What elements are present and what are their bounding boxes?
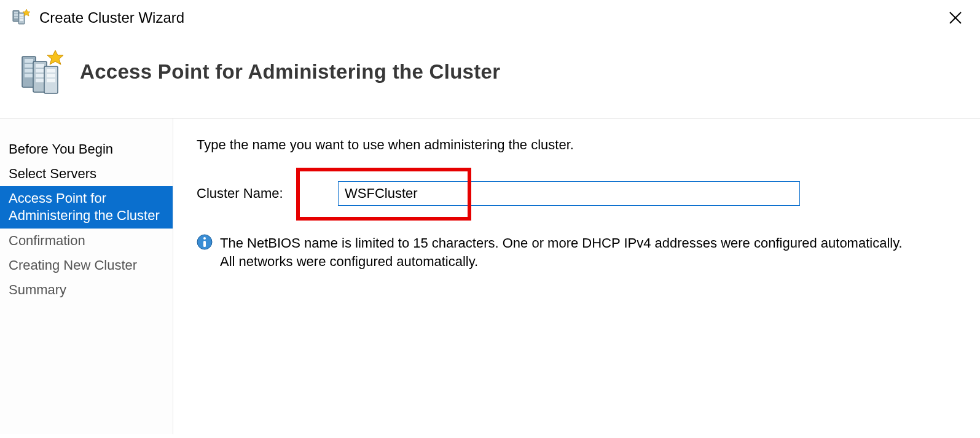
step-select-servers[interactable]: Select Servers — [0, 162, 173, 186]
svg-rect-12 — [25, 59, 33, 63]
wizard-body: Before You Begin Select Servers Access P… — [0, 118, 980, 434]
svg-marker-25 — [47, 50, 63, 65]
info-row: The NetBIOS name is limited to 15 charac… — [197, 234, 909, 272]
svg-rect-19 — [36, 74, 44, 77]
step-before-you-begin[interactable]: Before You Begin — [0, 137, 173, 162]
svg-rect-15 — [25, 74, 33, 77]
step-creating-new-cluster[interactable]: Creating New Cluster — [0, 253, 173, 278]
info-text: The NetBIOS name is limited to 15 charac… — [220, 234, 909, 272]
svg-point-27 — [203, 237, 206, 240]
cluster-servers-icon — [18, 48, 66, 96]
svg-rect-13 — [25, 64, 33, 68]
svg-rect-2 — [14, 14, 18, 16]
wizard-steps-sidebar: Before You Begin Select Servers Access P… — [0, 119, 173, 434]
step-confirmation[interactable]: Confirmation — [0, 229, 173, 253]
close-button[interactable] — [944, 7, 966, 29]
svg-rect-17 — [36, 64, 44, 68]
svg-rect-14 — [25, 69, 33, 72]
cluster-wizard-icon — [11, 8, 31, 28]
svg-rect-6 — [20, 17, 23, 18]
wizard-main-panel: Type the name you want to use when admin… — [173, 119, 980, 434]
instruction-text: Type the name you want to use when admin… — [197, 137, 962, 153]
info-icon — [197, 234, 213, 250]
window-title: Create Cluster Wizard — [39, 9, 184, 26]
svg-rect-18 — [36, 69, 44, 72]
cluster-name-input-wrap — [338, 181, 800, 206]
cluster-name-label: Cluster Name: — [197, 186, 338, 201]
svg-rect-3 — [14, 17, 18, 18]
page-title: Access Point for Administering the Clust… — [80, 60, 500, 84]
close-icon — [949, 11, 962, 25]
svg-rect-23 — [47, 74, 55, 77]
wizard-header: Access Point for Administering the Clust… — [0, 36, 980, 118]
svg-rect-7 — [20, 19, 23, 21]
svg-rect-1 — [14, 12, 18, 14]
cluster-name-input[interactable] — [338, 181, 800, 206]
svg-rect-28 — [203, 241, 206, 247]
svg-rect-5 — [20, 14, 23, 16]
svg-rect-20 — [36, 79, 44, 82]
step-access-point[interactable]: Access Point for Administering the Clust… — [0, 186, 173, 228]
cluster-name-row: Cluster Name: — [197, 181, 962, 206]
step-summary[interactable]: Summary — [0, 278, 173, 302]
svg-rect-22 — [47, 69, 55, 72]
svg-rect-24 — [47, 79, 55, 82]
titlebar: Create Cluster Wizard — [0, 0, 980, 36]
